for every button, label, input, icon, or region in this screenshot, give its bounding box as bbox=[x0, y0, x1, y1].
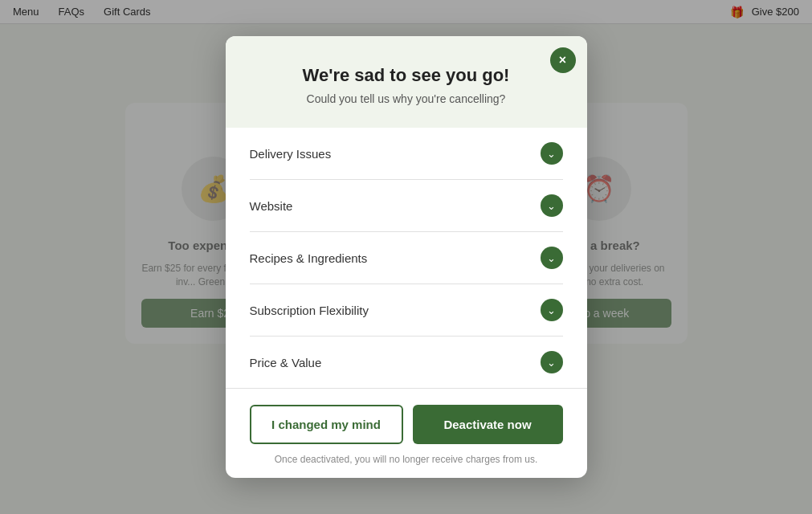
accordion-label-subscription: Subscription Flexibility bbox=[250, 304, 369, 317]
modal-header: We're sad to see you go! Could you tell … bbox=[226, 36, 587, 128]
chevron-down-icon-delivery: ⌄ bbox=[541, 142, 563, 165]
accordion-website[interactable]: Website ⌄ bbox=[250, 180, 563, 232]
accordion-label-delivery: Delivery Issues bbox=[250, 147, 332, 161]
accordion-price[interactable]: Price & Value ⌄ bbox=[250, 337, 563, 388]
accordion-label-recipes: Recipes & Ingredients bbox=[250, 251, 368, 265]
modal-action-buttons: I changed my mind Deactivate now bbox=[250, 405, 563, 444]
chevron-down-icon-subscription: ⌄ bbox=[541, 299, 563, 321]
accordion-recipes[interactable]: Recipes & Ingredients ⌄ bbox=[250, 232, 563, 284]
modal-overlay: × We're sad to see you go! Could you tel… bbox=[0, 0, 812, 514]
accordion-label-website: Website bbox=[250, 199, 293, 213]
cancellation-modal: × We're sad to see you go! Could you tel… bbox=[226, 36, 587, 478]
chevron-down-icon-recipes: ⌄ bbox=[541, 247, 563, 269]
modal-body: Delivery Issues ⌄ Website ⌄ Recipes & In… bbox=[226, 128, 587, 388]
close-button[interactable]: × bbox=[550, 47, 576, 73]
modal-title: We're sad to see you go! bbox=[258, 65, 555, 86]
modal-footer: I changed my mind Deactivate now Once de… bbox=[226, 388, 587, 478]
accordion-subscription[interactable]: Subscription Flexibility ⌄ bbox=[250, 284, 563, 337]
chevron-down-icon-website: ⌄ bbox=[541, 194, 563, 217]
chevron-down-icon-price: ⌄ bbox=[541, 351, 563, 373]
deactivate-button[interactable]: Deactivate now bbox=[413, 405, 563, 444]
accordion-label-price: Price & Value bbox=[250, 356, 322, 369]
modal-subtitle: Could you tell us why you're cancelling? bbox=[258, 92, 555, 105]
deactivation-disclaimer: Once deactivated, you will no longer rec… bbox=[250, 454, 563, 465]
changed-mind-button[interactable]: I changed my mind bbox=[250, 405, 403, 444]
accordion-delivery-issues[interactable]: Delivery Issues ⌄ bbox=[250, 128, 563, 180]
